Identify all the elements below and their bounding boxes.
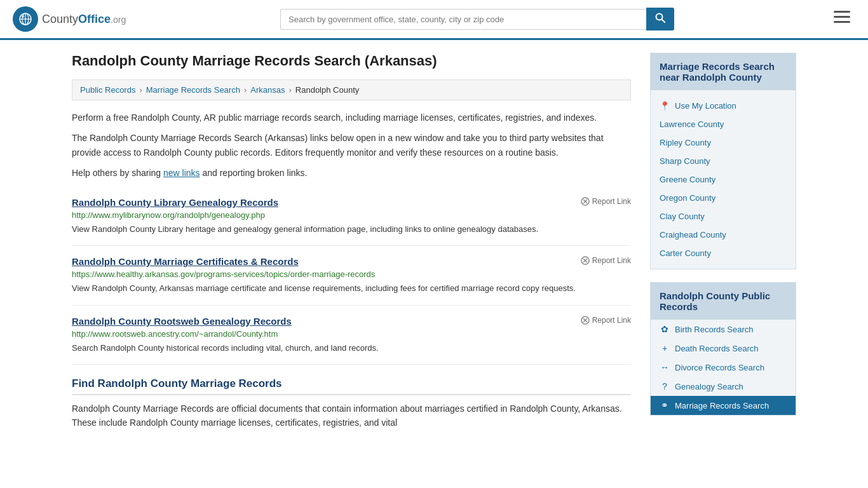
breadcrumb-sep-2: ›: [244, 85, 247, 95]
record-link-title-1[interactable]: Randolph County Marriage Certificates & …: [72, 256, 299, 267]
breadcrumb-current: Randolph County: [295, 85, 359, 95]
use-my-location-link[interactable]: 📍 Use My Location: [651, 97, 796, 115]
nearby-county-link-3[interactable]: Greene County: [651, 170, 796, 189]
record-links-list: Randolph County Library Genealogy Record…: [72, 187, 631, 365]
svg-line-7: [662, 20, 665, 23]
record-link-desc-0: View Randolph County Library heritage an…: [72, 223, 631, 236]
record-link-item: Randolph County Library Genealogy Record…: [72, 187, 631, 247]
public-link-icon-3: ?: [660, 381, 670, 391]
main-column: Randolph County Marriage Records Search …: [72, 53, 631, 437]
breadcrumb-marriage-records[interactable]: Marriage Records Search: [146, 85, 240, 95]
record-link-item: Randolph County Rootsweb Genealogy Recor…: [72, 306, 631, 365]
record-link-header: Randolph County Library Genealogy Record…: [72, 197, 631, 208]
menu-icon[interactable]: [829, 8, 855, 30]
logo-icon: [13, 6, 38, 32]
nearby-county-link-7[interactable]: Carter County: [651, 244, 796, 262]
public-records-link-0[interactable]: ✿Birth Records Search: [651, 320, 796, 339]
site-header: CountyOffice.org: [0, 0, 868, 40]
breadcrumb-public-records[interactable]: Public Records: [80, 85, 135, 95]
record-link-url-1[interactable]: https://www.healthy.arkansas.gov/program…: [72, 269, 631, 279]
description-para3: Help others by sharing new links and rep…: [72, 166, 631, 180]
record-link-title-2[interactable]: Randolph County Rootsweb Genealogy Recor…: [72, 316, 292, 327]
public-link-icon-4: ⚭: [660, 400, 670, 410]
nearby-county-link-1[interactable]: Ripley County: [651, 133, 796, 152]
find-section-header: Find Randolph County Marriage Records: [72, 377, 631, 395]
record-link-title-0[interactable]: Randolph County Library Genealogy Record…: [72, 197, 278, 208]
new-links-link[interactable]: new links: [163, 168, 200, 178]
logo[interactable]: CountyOffice.org: [13, 6, 126, 32]
find-section: Find Randolph County Marriage Records Ra…: [72, 377, 631, 430]
record-link-url-0[interactable]: http://www.mylibrarynow.org/randolph/gen…: [72, 210, 631, 220]
public-link-label-2: Divorce Records Search: [675, 363, 764, 372]
public-records-link-1[interactable]: +Death Records Search: [651, 339, 796, 358]
description-para2: The Randolph County Marriage Records Sea…: [72, 131, 631, 159]
description-para3-suffix: and reporting broken links.: [200, 168, 308, 178]
svg-rect-9: [834, 16, 850, 18]
report-icon-2: [581, 316, 590, 325]
public-link-label-3: Genealogy Search: [675, 382, 743, 391]
nearby-counties-box: Marriage Records Search near Randolph Co…: [650, 53, 796, 269]
public-link-label-4: Marriage Records Search: [675, 401, 769, 410]
public-records-link-2[interactable]: ↔Divorce Records Search: [651, 358, 796, 377]
page-title: Randolph County Marriage Records Search …: [72, 53, 631, 69]
public-link-label-1: Death Records Search: [675, 344, 759, 353]
logo-text: CountyOffice.org: [42, 13, 126, 26]
find-section-para: Randolph County Marriage Records are off…: [72, 402, 631, 430]
public-records-box-title: Randolph County Public Records: [651, 283, 796, 320]
public-link-icon-2: ↔: [660, 362, 670, 372]
location-icon: 📍: [660, 101, 670, 111]
search-input[interactable]: [280, 9, 646, 30]
breadcrumb-sep-3: ›: [288, 85, 291, 95]
public-records-list: ✿Birth Records Search+Death Records Sear…: [651, 320, 796, 415]
nearby-county-link-5[interactable]: Clay County: [651, 207, 796, 226]
report-link-0[interactable]: Report Link: [581, 197, 631, 206]
record-link-desc-1: View Randolph County, Arkansas marriage …: [72, 282, 631, 295]
description-para1: Perform a free Randolph County, AR publi…: [72, 111, 631, 125]
record-link-header: Randolph County Marriage Certificates & …: [72, 256, 631, 267]
search-icon: [655, 13, 665, 23]
search-area: [280, 8, 674, 30]
report-icon-1: [581, 256, 590, 265]
report-link-2[interactable]: Report Link: [581, 316, 631, 325]
svg-point-5: [22, 15, 24, 18]
nearby-county-link-4[interactable]: Oregon County: [651, 189, 796, 207]
public-records-link-3[interactable]: ?Genealogy Search: [651, 377, 796, 396]
sidebar: Marriage Records Search near Randolph Co…: [650, 53, 796, 437]
breadcrumb: Public Records › Marriage Records Search…: [72, 79, 631, 100]
page-content: Randolph County Marriage Records Search …: [59, 40, 809, 449]
nearby-county-link-6[interactable]: Craighead County: [651, 226, 796, 244]
logo-office-word: Office: [78, 13, 111, 25]
logo-domain: .org: [111, 15, 126, 25]
public-records-box: Randolph County Public Records ✿Birth Re…: [650, 282, 796, 416]
breadcrumb-arkansas[interactable]: Arkansas: [250, 85, 285, 95]
nearby-county-link-0[interactable]: Lawrence County: [651, 115, 796, 133]
public-records-link-4[interactable]: ⚭Marriage Records Search: [651, 396, 796, 415]
nearby-counties-list: Lawrence CountyRipley CountySharp County…: [651, 115, 796, 262]
svg-rect-10: [834, 21, 850, 23]
search-button[interactable]: [646, 8, 674, 30]
record-link-url-2[interactable]: http://www.rootsweb.ancestry.com/~arrand…: [72, 329, 631, 339]
svg-rect-8: [834, 11, 850, 13]
use-my-location-label: Use My Location: [675, 101, 736, 111]
record-link-item: Randolph County Marriage Certificates & …: [72, 246, 631, 306]
record-link-desc-2: Search Randolph County historical record…: [72, 342, 631, 355]
nearby-box-title: Marriage Records Search near Randolph Co…: [651, 53, 796, 90]
nearby-box-content: 📍 Use My Location Lawrence CountyRipley …: [651, 90, 796, 269]
public-link-label-0: Birth Records Search: [675, 325, 754, 334]
breadcrumb-sep-1: ›: [139, 85, 142, 95]
nearby-county-link-2[interactable]: Sharp County: [651, 152, 796, 170]
logo-county-word: County: [42, 13, 78, 25]
record-link-header: Randolph County Rootsweb Genealogy Recor…: [72, 316, 631, 327]
description-para3-prefix: Help others by sharing: [72, 168, 163, 178]
public-link-icon-0: ✿: [660, 324, 670, 334]
public-link-icon-1: +: [660, 343, 670, 353]
report-link-1[interactable]: Report Link: [581, 256, 631, 265]
report-icon-0: [581, 197, 590, 206]
